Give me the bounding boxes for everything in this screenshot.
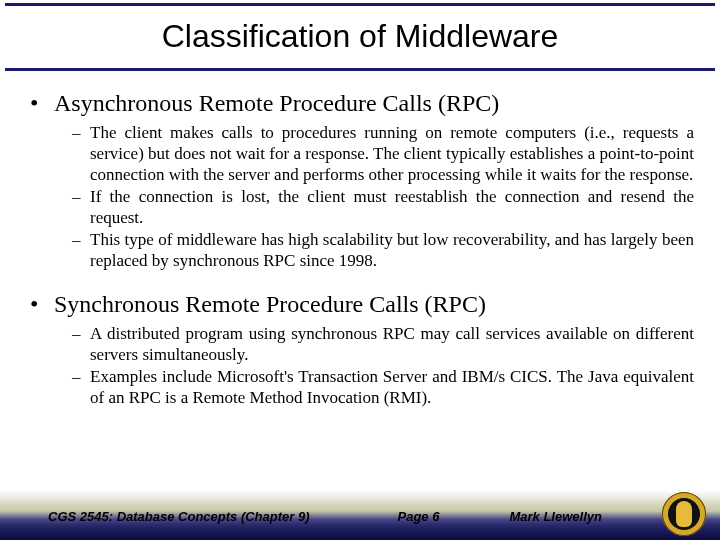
bullet-dash: – xyxy=(72,323,90,365)
bullet-dash: – xyxy=(72,122,90,185)
footer-text: CGS 2545: Database Concepts (Chapter 9) … xyxy=(0,509,640,524)
bullet-text: A distributed program using synchronous … xyxy=(90,323,694,365)
bullet-level2: – The client makes calls to procedures r… xyxy=(72,122,694,185)
bullet-text: This type of middleware has high scalabi… xyxy=(90,229,694,271)
footer-author: Mark Llewellyn xyxy=(509,509,601,524)
bullet-level2: – A distributed program using synchronou… xyxy=(72,323,694,365)
title-rule xyxy=(5,68,715,71)
bullet-text: Examples include Microsoft's Transaction… xyxy=(90,366,694,408)
bullet-heading: Synchronous Remote Procedure Calls (RPC) xyxy=(54,289,486,319)
bullet-dot: • xyxy=(30,88,54,118)
bullet-level2: – This type of middleware has high scala… xyxy=(72,229,694,271)
bullet-level2: – Examples include Microsoft's Transacti… xyxy=(72,366,694,408)
bullet-dash: – xyxy=(72,366,90,408)
bullet-heading: Asynchronous Remote Procedure Calls (RPC… xyxy=(54,88,499,118)
nested-list: – The client makes calls to procedures r… xyxy=(72,122,694,271)
footer-course: CGS 2545: Database Concepts (Chapter 9) xyxy=(48,509,310,524)
bullet-level1: • Synchronous Remote Procedure Calls (RP… xyxy=(30,289,694,319)
bullet-dash: – xyxy=(72,186,90,228)
nested-list: – A distributed program using synchronou… xyxy=(72,323,694,408)
slide: Classification of Middleware • Asynchron… xyxy=(0,0,720,540)
bullet-level2: – If the connection is lost, the client … xyxy=(72,186,694,228)
footer: CGS 2545: Database Concepts (Chapter 9) … xyxy=(0,490,720,540)
slide-title: Classification of Middleware xyxy=(0,18,720,55)
bullet-level1: • Asynchronous Remote Procedure Calls (R… xyxy=(30,88,694,118)
bullet-text: If the connection is lost, the client mu… xyxy=(90,186,694,228)
bullet-dot: • xyxy=(30,289,54,319)
ucf-logo-icon xyxy=(662,492,706,536)
footer-page: Page 6 xyxy=(398,509,440,524)
top-rule xyxy=(5,3,715,6)
bullet-dash: – xyxy=(72,229,90,271)
content-area: • Asynchronous Remote Procedure Calls (R… xyxy=(30,88,694,409)
bullet-text: The client makes calls to procedures run… xyxy=(90,122,694,185)
